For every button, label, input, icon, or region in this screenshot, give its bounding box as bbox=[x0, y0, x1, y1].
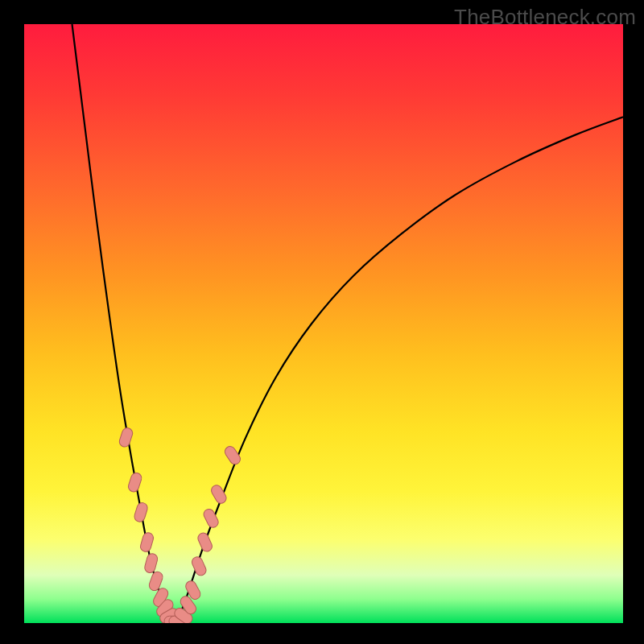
data-marker bbox=[223, 444, 242, 466]
svg-rect-4 bbox=[143, 552, 159, 574]
data-marker bbox=[118, 427, 134, 448]
svg-rect-0 bbox=[118, 427, 134, 448]
svg-rect-2 bbox=[133, 502, 148, 523]
data-marker bbox=[133, 502, 148, 523]
data-marker bbox=[139, 531, 155, 553]
marker-group bbox=[118, 427, 242, 623]
svg-rect-14 bbox=[190, 555, 208, 577]
svg-rect-18 bbox=[223, 444, 242, 466]
left-branch-path bbox=[72, 24, 174, 623]
outer-frame: TheBottleneck.com bbox=[0, 0, 644, 644]
data-marker bbox=[196, 531, 214, 553]
svg-rect-1 bbox=[127, 472, 143, 493]
watermark-text: TheBottleneck.com bbox=[454, 5, 636, 30]
curve-layer bbox=[24, 24, 623, 623]
data-marker bbox=[127, 472, 143, 493]
data-marker bbox=[190, 555, 208, 577]
data-marker bbox=[143, 552, 159, 574]
svg-rect-15 bbox=[196, 531, 214, 553]
svg-rect-3 bbox=[139, 531, 155, 553]
right-branch-path bbox=[174, 117, 623, 623]
plot-area bbox=[24, 24, 623, 623]
